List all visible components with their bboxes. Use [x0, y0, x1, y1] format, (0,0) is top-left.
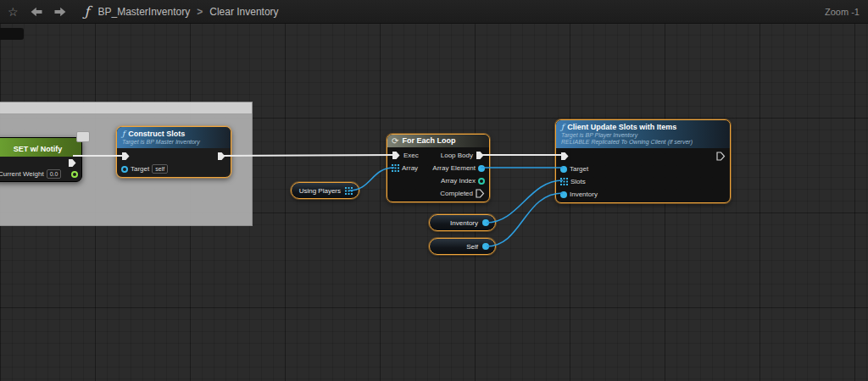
- favorite-star-icon[interactable]: ☆: [8, 6, 19, 18]
- inventory-out-pin[interactable]: [482, 219, 489, 226]
- graph-canvas[interactable]: SET w/ Notify Current Weight 0.0 ƒ Const…: [0, 23, 868, 381]
- client-slots-label: Slots: [570, 178, 586, 185]
- client-inventory-label: Inventory: [570, 190, 598, 198]
- comment-box-header[interactable]: [0, 102, 252, 114]
- node-set-header[interactable]: SET w/ Notify: [0, 138, 81, 157]
- function-icon: ƒ: [122, 130, 125, 138]
- construct-exec-in-pin[interactable]: [121, 152, 131, 161]
- foreach-completed-label: Completed: [440, 190, 473, 197]
- client-slots-pin[interactable]: [560, 178, 568, 185]
- client-update-title: Client Update Slots with Items: [567, 123, 676, 131]
- client-target-pin[interactable]: [560, 166, 567, 173]
- foreach-loop-body-pin[interactable]: [476, 151, 485, 160]
- construct-slots-subtitle: Target is BP Master Inventory: [122, 138, 225, 146]
- set-current-weight-out-pin[interactable]: [71, 171, 78, 178]
- set-current-weight-value[interactable]: 0.0: [47, 169, 62, 179]
- construct-target-pin[interactable]: [121, 166, 128, 173]
- node-for-each-loop[interactable]: ⟳ For Each Loop Exec Array: [387, 134, 490, 202]
- var-node-using-players[interactable]: Using Players: [291, 182, 359, 199]
- foreach-array-label: Array: [402, 164, 418, 172]
- client-update-subtitle-1: Target is BP Player Inventory: [561, 131, 725, 139]
- inventory-label: Inventory: [450, 219, 478, 227]
- construct-exec-out-pin[interactable]: [217, 152, 226, 161]
- foreach-array-element-pin[interactable]: [478, 165, 485, 172]
- function-icon: ƒ: [561, 123, 564, 131]
- node-client-update-slots[interactable]: ƒ Client Update Slots with Items Target …: [555, 119, 731, 203]
- foreach-loop-body-label: Loop Body: [441, 152, 473, 159]
- using-players-out-pin[interactable]: [345, 187, 353, 195]
- client-exec-out-pin[interactable]: [716, 152, 726, 161]
- client-update-header[interactable]: ƒ Client Update Slots with Items Target …: [556, 120, 730, 148]
- construct-target-value[interactable]: self: [152, 164, 168, 174]
- node-set-current-weight[interactable]: SET w/ Notify Current Weight 0.0: [0, 137, 82, 182]
- back-arrow-button[interactable]: [31, 7, 42, 17]
- client-update-subtitle-2: RELIABLE Replicated To Owning Client (if…: [561, 139, 725, 146]
- for-each-loop-header[interactable]: ⟳ For Each Loop: [387, 135, 489, 147]
- construct-slots-header[interactable]: ƒ Construct Slots Target is BP Master In…: [117, 127, 231, 148]
- foreach-array-index-label: Array Index: [441, 177, 476, 185]
- set-exec-out-pin[interactable]: [68, 158, 77, 168]
- foreach-array-element-label: Array Element: [432, 164, 476, 172]
- for-each-loop-title: For Each Loop: [402, 136, 455, 146]
- graph-toolbar: ☆ ƒ BP_MasterInventory > Clear Inventory…: [0, 0, 868, 24]
- wire-inventory-to-slots: [487, 180, 563, 223]
- client-inventory-pin[interactable]: [560, 191, 567, 198]
- breadcrumb-root[interactable]: BP_MasterInventory: [97, 6, 190, 18]
- node-corner-badge[interactable]: [76, 131, 90, 142]
- using-players-label: Using Players: [299, 187, 341, 195]
- breadcrumb-separator-icon: >: [197, 6, 203, 18]
- set-current-weight-label: Current Weight: [0, 170, 44, 178]
- foreach-completed-pin[interactable]: [476, 189, 485, 198]
- node-set-title: SET w/ Notify: [14, 145, 63, 153]
- foreach-exec-label: Exec: [403, 152, 419, 159]
- self-label: Self: [466, 243, 478, 251]
- forward-arrow-button[interactable]: [54, 7, 66, 17]
- client-target-label: Target: [570, 165, 588, 173]
- var-node-self[interactable]: Self: [429, 238, 496, 255]
- wire-self-to-inventory: [487, 193, 563, 246]
- construct-target-label: Target: [131, 165, 149, 173]
- client-exec-in-pin[interactable]: [560, 152, 570, 161]
- foreach-array-index-pin[interactable]: [478, 178, 485, 185]
- function-graph-icon: ƒ: [85, 5, 90, 19]
- foreach-exec-in-pin[interactable]: [392, 151, 401, 160]
- var-node-inventory[interactable]: Inventory: [429, 214, 496, 231]
- breadcrumb-current[interactable]: Clear Inventory: [209, 6, 278, 18]
- zoom-level-label: Zoom -1: [825, 7, 860, 17]
- construct-slots-title: Construct Slots: [128, 130, 185, 138]
- blueprint-editor: ☆ ƒ BP_MasterInventory > Clear Inventory…: [0, 0, 868, 381]
- offscreen-node-fragment[interactable]: [0, 28, 24, 40]
- self-out-pin[interactable]: [482, 243, 489, 250]
- node-construct-slots[interactable]: ƒ Construct Slots Target is BP Master In…: [116, 126, 231, 178]
- loop-icon: ⟳: [392, 136, 398, 146]
- foreach-array-pin[interactable]: [392, 164, 399, 172]
